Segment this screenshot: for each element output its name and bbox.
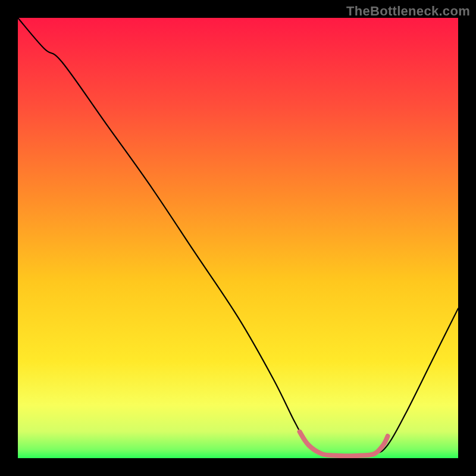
chart-frame: TheBottleneck.com xyxy=(0,0,476,476)
bottleneck-chart xyxy=(18,18,458,458)
plot-background xyxy=(18,18,458,458)
watermark-text: TheBottleneck.com xyxy=(346,4,470,19)
